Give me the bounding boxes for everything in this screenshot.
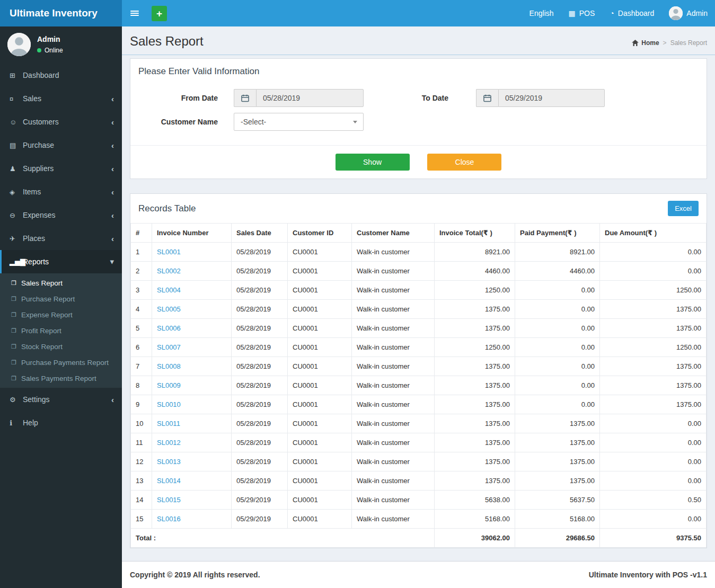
invoice-link[interactable]: SL0012: [157, 439, 181, 447]
sidebar-item-label: Reports: [23, 257, 110, 266]
invoice-link[interactable]: SL0001: [157, 248, 181, 256]
paid-payment-cell: 0.00: [515, 319, 600, 338]
sidebar-item-purchase[interactable]: ▤Purchase‹: [0, 133, 122, 157]
sidebar-item-sales[interactable]: ¤Sales‹: [0, 87, 122, 110]
due-amount-cell: 0.00: [600, 262, 707, 281]
invoice-number-cell: SL0006: [152, 319, 232, 338]
column-header: Customer ID: [288, 224, 352, 243]
row-number-cell: 10: [131, 414, 152, 433]
due-amount-cell: 0.00: [600, 452, 707, 471]
due-amount-cell: 0.00: [600, 510, 707, 529]
sidebar-item-sales-payments-report[interactable]: ❐Sales Payments Report: [0, 370, 122, 386]
customer-name-cell: Walk-in customer: [352, 357, 435, 376]
pos-link[interactable]: ▦ POS: [561, 0, 603, 26]
close-button[interactable]: Close: [427, 154, 501, 171]
reports-icon: ▂▅▇: [10, 258, 23, 266]
sidebar-item-settings[interactable]: ⚙Settings‹: [0, 388, 122, 411]
sidebar-item-suppliers[interactable]: ♟Suppliers‹: [0, 157, 122, 180]
table-row: 13SL001405/28/2019CU0001Walk-in customer…: [131, 471, 707, 491]
sales-date-cell: 05/28/2019: [232, 300, 288, 319]
page-footer: Copyright © 2019 All rights reserved. Ul…: [122, 561, 715, 588]
chevron-left-icon: ‹: [111, 94, 114, 103]
invoice-link[interactable]: SL0005: [157, 305, 181, 313]
customer-id-cell: CU0001: [288, 262, 352, 281]
show-button[interactable]: Show: [336, 154, 410, 171]
app-logo[interactable]: Ultimate Inventory: [0, 0, 122, 26]
to-date-label: To Date: [364, 94, 448, 102]
customer-select[interactable]: -Select-: [234, 113, 364, 131]
invoice-link[interactable]: SL0014: [157, 477, 181, 485]
invoice-link[interactable]: SL0007: [157, 343, 181, 351]
column-header: Invoice Number: [152, 224, 232, 243]
excel-export-button[interactable]: Excel: [668, 201, 699, 216]
invoice-link[interactable]: SL0006: [157, 324, 181, 332]
paid-payment-cell: 1375.00: [515, 433, 600, 452]
sidebar-item-items[interactable]: ◈Items‹: [0, 180, 122, 203]
invoice-link[interactable]: SL0008: [157, 362, 181, 370]
sidebar-item-stock-report[interactable]: ❐Stock Report: [0, 338, 122, 354]
calendar-icon: [234, 89, 256, 107]
table-row: 15SL001605/29/2019CU0001Walk-in customer…: [131, 510, 707, 529]
customer-name-cell: Walk-in customer: [352, 395, 435, 414]
sidebar-toggle-button[interactable]: [122, 0, 147, 26]
file-icon: ❐: [11, 343, 16, 350]
sales-date-cell: 05/29/2019: [232, 510, 288, 529]
topbar: Ultimate Inventory + English ▦ POS ◔ Das…: [0, 0, 715, 26]
invoice-link[interactable]: SL0010: [157, 400, 181, 408]
sidebar-item-purchase-report[interactable]: ❐Purchase Report: [0, 291, 122, 307]
content-header: Sales Report Home > Sales Report: [122, 26, 715, 55]
sidebar-item-sales-report[interactable]: ❐Sales Report: [0, 275, 122, 291]
sidebar-item-places[interactable]: ✈Places‹: [0, 227, 122, 250]
invoice-link[interactable]: SL0016: [157, 515, 181, 523]
customer-id-cell: CU0001: [288, 510, 352, 529]
sales-date-cell: 05/28/2019: [232, 471, 288, 491]
sidebar-item-label: Purchase: [23, 141, 111, 149]
invoice-link[interactable]: SL0013: [157, 458, 181, 466]
person-icon: [669, 6, 683, 20]
invoice-link[interactable]: SL0011: [157, 420, 180, 427]
user-menu[interactable]: Admin: [661, 0, 715, 26]
invoice-number-cell: SL0002: [152, 262, 232, 281]
sidebar-item-reports[interactable]: ▂▅▇Reports▾: [0, 250, 122, 273]
invoice-link[interactable]: SL0015: [157, 496, 181, 504]
sidebar-item-profit-report[interactable]: ❐Profit Report: [0, 323, 122, 338]
customer-name-cell: Walk-in customer: [352, 243, 435, 262]
total-paid-cell: 29686.50: [515, 529, 600, 548]
sidebar-item-dashboard[interactable]: ⊞Dashboard: [0, 64, 122, 87]
column-header: Paid Payment(₹ ): [515, 224, 600, 243]
paid-payment-cell: 1375.00: [515, 471, 600, 491]
sidebar-item-help[interactable]: ℹHelp: [0, 411, 122, 434]
sales-date-cell: 05/28/2019: [232, 376, 288, 395]
invoice-link[interactable]: SL0004: [157, 286, 181, 294]
due-amount-cell: 1375.00: [600, 319, 707, 338]
quick-add-button[interactable]: +: [152, 6, 167, 21]
breadcrumb-home[interactable]: Home: [632, 39, 659, 47]
sidebar-item-expenses[interactable]: ⊖Expenses‹: [0, 203, 122, 227]
sidebar-item-expense-report[interactable]: ❐Expense Report: [0, 307, 122, 323]
user-status[interactable]: Online: [37, 47, 63, 54]
chevron-left-icon: ‹: [111, 141, 114, 150]
to-date-input[interactable]: [498, 89, 605, 107]
column-header: #: [131, 224, 152, 243]
paid-payment-cell: 0.00: [515, 338, 600, 357]
user-status-label: Online: [45, 47, 63, 54]
sidebar-item-customers[interactable]: ☺Customers‹: [0, 110, 122, 133]
records-table-title: Records Table: [138, 203, 196, 214]
dashboard-link[interactable]: ◔ Dashboard: [602, 0, 661, 26]
sidebar-item-label: Dashboard: [23, 71, 114, 79]
customer-name-label: Customer Name: [138, 118, 218, 126]
from-date-input[interactable]: [256, 89, 364, 107]
sales-icon: ¤: [10, 95, 23, 103]
sidebar-item-label: Settings: [23, 395, 111, 404]
invoice-total-cell: 1375.00: [435, 376, 515, 395]
row-number-cell: 13: [131, 471, 152, 491]
sidebar-item-purchase-payments-report[interactable]: ❐Purchase Payments Report: [0, 354, 122, 370]
file-icon: ❐: [11, 280, 16, 287]
places-icon: ✈: [10, 235, 23, 243]
paid-payment-cell: 8921.00: [515, 243, 600, 262]
invoice-link[interactable]: SL0002: [157, 267, 181, 275]
invoice-link[interactable]: SL0009: [157, 381, 181, 389]
language-menu[interactable]: English: [522, 0, 561, 26]
pos-label: POS: [579, 9, 595, 17]
invoice-total-cell: 5638.00: [435, 491, 515, 510]
